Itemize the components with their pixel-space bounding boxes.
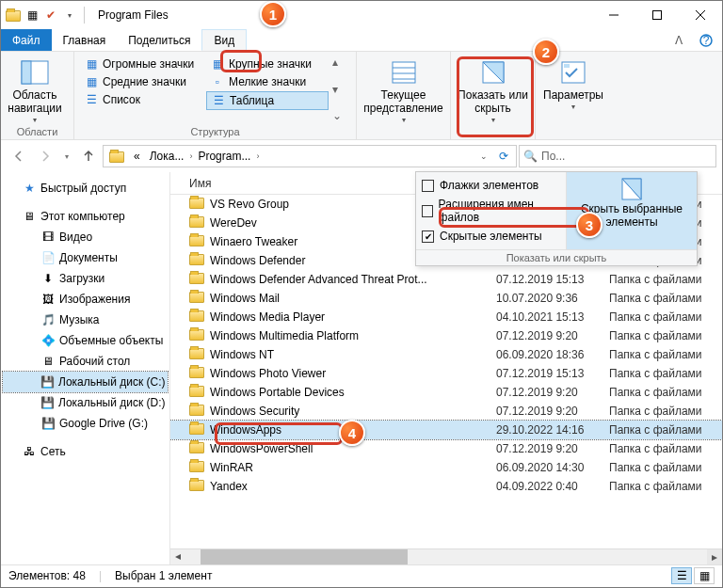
nav-pane-button[interactable]: Область навигации ▾ xyxy=(5,54,65,124)
layout-icon: ▦ xyxy=(210,56,225,72)
chevron-down-icon: ▾ xyxy=(571,103,575,111)
nav-music[interactable]: 🎵Музыка xyxy=(3,310,168,330)
qat-properties-icon[interactable]: ▦ xyxy=(24,7,40,24)
marker-2: 2 xyxy=(533,39,559,65)
table-row[interactable]: WindowsPowerShell07.12.2019 9:20Папка с … xyxy=(170,439,722,458)
chevron-right-icon[interactable]: › xyxy=(189,151,192,161)
minimize-button[interactable] xyxy=(592,1,635,29)
opt-item-checkboxes[interactable]: Флажки элементов xyxy=(416,176,566,195)
help-icon[interactable]: ? xyxy=(690,29,722,51)
table-row[interactable]: Windows Media Player04.10.2021 15:13Папк… xyxy=(170,308,722,326)
opt-hidden-items[interactable]: ✔Скрытые элементы xyxy=(416,227,566,246)
show-hide-button[interactable]: Показать или скрыть ▾ xyxy=(455,54,531,124)
nav-c-drive[interactable]: 💾Локальный диск (C:) xyxy=(3,372,168,392)
nav-pictures[interactable]: 🖼Изображения xyxy=(3,289,168,310)
nav-quick-access[interactable]: ★Быстрый доступ xyxy=(3,178,168,199)
nav-network[interactable]: 🖧Сеть xyxy=(3,441,168,462)
nav-this-pc[interactable]: 🖥Этот компьютер xyxy=(3,206,168,227)
layout-list[interactable]: ☰Список xyxy=(80,91,202,108)
show-hide-dropdown: Флажки элементов Расширения имен файлов … xyxy=(415,171,698,266)
nav-d-drive[interactable]: 💾Локальный диск (D:) xyxy=(3,392,168,413)
layout-table[interactable]: ☰Таблица xyxy=(206,91,329,110)
file-type: Папка с файлами xyxy=(609,405,722,418)
h-scrollbar[interactable]: ◂ ▸ xyxy=(170,548,722,564)
table-row[interactable]: Windows Mail10.07.2020 9:36Папка с файла… xyxy=(170,289,722,308)
layout-medium[interactable]: ▦Средние значки xyxy=(80,73,202,90)
nav-desktop[interactable]: 🖥Рабочий стол xyxy=(3,351,168,372)
folder-icon xyxy=(189,272,204,287)
scroll-left-icon[interactable]: ◂ xyxy=(170,549,185,564)
view-large-button[interactable]: ▦ xyxy=(694,567,715,584)
table-row[interactable]: Windows Photo Viewer07.12.2019 15:13Папк… xyxy=(170,364,722,383)
table-row[interactable]: Windows NT06.09.2020 18:36Папка с файлам… xyxy=(170,345,722,364)
scroll-up-icon[interactable]: ▴ xyxy=(332,56,342,69)
file-date: 04.09.2022 0:40 xyxy=(496,480,609,493)
file-type: Папка с файлами xyxy=(609,461,722,474)
view-details-button[interactable]: ☰ xyxy=(671,567,692,584)
refresh-icon[interactable]: ⟳ xyxy=(493,150,514,163)
titlebar: ▦ ✔ ▾ Program Files xyxy=(1,1,722,29)
nav-tree[interactable]: ★Быстрый доступ 🖥Этот компьютер 🎞Видео 📄… xyxy=(1,172,170,564)
breadcrumb-seg1[interactable]: Лока... xyxy=(146,148,188,165)
menubar: Файл Главная Поделиться Вид ᐱ ? xyxy=(1,29,722,52)
breadcrumb-seg2[interactable]: Program... xyxy=(194,148,254,165)
table-row[interactable]: Windows Security07.12.2019 9:20Папка с ф… xyxy=(170,402,722,421)
nav-video[interactable]: 🎞Видео xyxy=(3,227,168,247)
layout-large[interactable]: ▦Крупные значки xyxy=(206,56,329,72)
address-bar[interactable]: « Лока... › Program... › ⌄ ⟳ xyxy=(103,145,517,167)
file-name: Windows Portable Devices xyxy=(210,386,496,399)
opt-file-extensions[interactable]: Расширения имен файлов xyxy=(416,195,566,227)
expand-icon[interactable]: ⌄ xyxy=(332,109,342,122)
qat-dropdown-icon[interactable]: ▾ xyxy=(61,7,78,24)
table-row[interactable]: Yandex04.09.2022 0:40Папка с файлами xyxy=(170,477,722,496)
layout-huge[interactable]: ▦Огромные значки xyxy=(80,56,202,72)
ribbon-collapse-icon[interactable]: ᐱ xyxy=(667,29,690,51)
scroll-thumb[interactable] xyxy=(201,549,408,564)
file-name: Windows Mail xyxy=(210,292,496,305)
svg-rect-7 xyxy=(22,61,31,84)
qat-checked-icon[interactable]: ✔ xyxy=(42,7,59,24)
menu-share[interactable]: Поделиться xyxy=(117,29,201,51)
folder-icon xyxy=(189,441,204,456)
back-button[interactable] xyxy=(7,144,31,168)
table-row[interactable]: Windows Portable Devices07.12.2019 9:20П… xyxy=(170,383,722,402)
history-dropdown[interactable]: ▾ xyxy=(59,144,74,168)
search-box[interactable]: 🔍 По... xyxy=(519,145,716,167)
menu-home[interactable]: Главная xyxy=(52,29,118,51)
search-placeholder: По... xyxy=(541,150,565,163)
checkbox-icon xyxy=(422,205,433,217)
chevron-right-icon[interactable]: › xyxy=(256,151,259,161)
forward-button[interactable] xyxy=(33,144,57,168)
menu-view[interactable]: Вид xyxy=(201,29,247,51)
nav-3d-objects[interactable]: 💠Объемные объекты xyxy=(3,330,168,351)
folder-icon xyxy=(189,234,204,249)
layout-small[interactable]: ▫Мелкие значки xyxy=(206,73,329,90)
file-date: 07.12.2019 9:20 xyxy=(496,442,609,455)
nav-documents[interactable]: 📄Документы xyxy=(3,247,168,268)
up-button[interactable] xyxy=(76,144,101,168)
folder-icon xyxy=(189,253,204,268)
table-row[interactable]: Windows Defender Advanced Threat Prot...… xyxy=(170,270,722,289)
chevron-down-icon: ▾ xyxy=(33,116,37,124)
nav-g-drive[interactable]: 💾Google Drive (G:) xyxy=(3,413,168,434)
menu-file[interactable]: Файл xyxy=(1,29,52,51)
maximize-button[interactable] xyxy=(635,1,679,29)
scroll-right-icon[interactable]: ▸ xyxy=(707,549,722,564)
app-icon xyxy=(5,7,22,24)
file-date: 07.12.2019 9:20 xyxy=(496,329,609,342)
table-row[interactable]: WindowsApps29.10.2022 14:16Папка с файла… xyxy=(170,421,722,439)
nav-downloads[interactable]: ⬇Загрузки xyxy=(3,268,168,289)
scroll-down-icon[interactable]: ▾ xyxy=(332,83,342,96)
close-button[interactable] xyxy=(679,1,722,29)
file-type: Папка с файлами xyxy=(609,442,722,455)
current-view-icon xyxy=(389,57,419,87)
table-row[interactable]: Windows Multimedia Platform07.12.2019 9:… xyxy=(170,326,722,345)
window-title: Program Files xyxy=(98,8,169,22)
address-dropdown-icon[interactable]: ⌄ xyxy=(476,151,491,161)
current-view-button[interactable]: Текущее представление ▾ xyxy=(361,54,446,124)
file-type: Папка с файлами xyxy=(609,480,722,493)
table-row[interactable]: WinRAR06.09.2020 14:30Папка с файлами xyxy=(170,458,722,477)
folder-icon xyxy=(189,215,204,230)
layout-icon: ▫ xyxy=(210,74,225,89)
breadcrumb-prefix[interactable]: « xyxy=(130,148,144,165)
